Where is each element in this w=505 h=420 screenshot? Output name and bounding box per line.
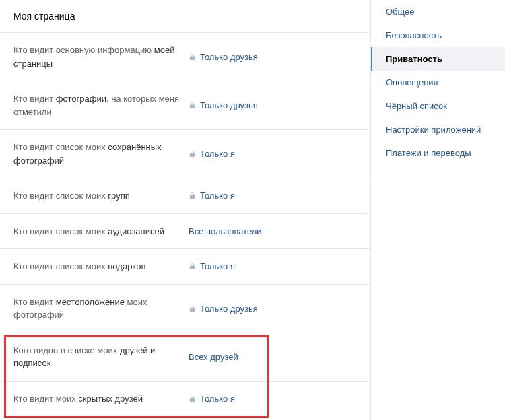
setting-value-text: Только друзья (200, 304, 258, 314)
sidebar-item-label: Безопасность (386, 30, 442, 40)
setting-label: Кто видит местоположение моих фотографий (13, 295, 189, 322)
setting-label: Кого видно в списке моих друзей и подпис… (13, 344, 189, 370)
setting-label: Кто видит список моих сохранённых фотогр… (13, 141, 189, 167)
sidebar-item-label: Платежи и переводы (386, 148, 471, 158)
sidebar-item[interactable]: Приватность (371, 47, 505, 71)
lock-icon (189, 305, 196, 312)
setting-value-text: Всех друзей (189, 352, 238, 362)
setting-value-text: Все пользователи (189, 226, 262, 236)
lock-icon (189, 102, 196, 109)
setting-row: Кого видно в списке моих друзей и подпис… (0, 333, 370, 382)
sidebar-item-label: Общее (386, 7, 415, 17)
setting-row: Кто видит фотографии, на которых меня от… (0, 81, 370, 130)
lock-icon (189, 150, 196, 158)
setting-value-selector[interactable]: Все пользователи (189, 226, 262, 236)
setting-value-text: Только друзья (200, 100, 258, 110)
setting-label: Кто видит основную информацию моей стран… (13, 44, 189, 70)
setting-row: Кто видит основную информацию моей стран… (0, 33, 370, 81)
privacy-settings-panel: Моя страница Кто видит основную информац… (0, 0, 370, 420)
setting-value-selector[interactable]: Только я (189, 149, 235, 159)
lock-icon (189, 262, 196, 270)
sidebar-item[interactable]: Настройки приложений (371, 118, 505, 141)
sidebar-item-label: Приватность (386, 54, 442, 64)
sidebar-item[interactable]: Общее (371, 0, 505, 24)
setting-value-selector[interactable]: Только друзья (189, 304, 258, 314)
setting-row: Кто видит список моих аудиозаписейВсе по… (0, 214, 370, 250)
setting-row: Кто видит список моих группТолько я (0, 178, 370, 214)
setting-value-text: Только я (200, 394, 235, 404)
settings-list: Кто видит основную информацию моей стран… (0, 33, 370, 416)
setting-row: Кто видит список моих подарковТолько я (0, 249, 370, 285)
lock-icon (189, 53, 196, 61)
sidebar-item-label: Настройки приложений (386, 125, 481, 135)
setting-value-text: Только я (200, 149, 235, 159)
setting-label: Кто видит фотографии, на которых меня от… (13, 92, 189, 118)
setting-value-selector[interactable]: Только я (189, 394, 235, 404)
setting-row: Кто видит список моих сохранённых фотогр… (0, 130, 370, 178)
setting-label: Кто видит моих скрытых друзей (13, 392, 189, 406)
setting-value-text: Только друзья (200, 52, 258, 62)
sidebar-item[interactable]: Оповещения (371, 71, 505, 94)
setting-row: Кто видит моих скрытых друзейТолько я (0, 382, 370, 417)
sidebar-item[interactable]: Безопасность (371, 24, 505, 47)
setting-label: Кто видит список моих аудиозаписей (13, 225, 189, 238)
setting-value-selector[interactable]: Всех друзей (189, 352, 238, 362)
setting-label: Кто видит список моих групп (13, 189, 189, 203)
lock-icon (189, 192, 196, 199)
lock-icon (189, 395, 196, 403)
setting-value-text: Только я (200, 190, 235, 201)
setting-label: Кто видит список моих подарков (13, 260, 189, 273)
setting-value-text: Только я (200, 261, 235, 271)
sidebar-item-label: Чёрный список (386, 101, 447, 111)
setting-value-selector[interactable]: Только я (189, 261, 235, 271)
sidebar-item[interactable]: Чёрный список (371, 94, 505, 118)
settings-sidebar: ОбщееБезопасностьПриватностьОповещенияЧё… (370, 0, 505, 420)
section-title: Моя страница (0, 0, 370, 33)
sidebar-item[interactable]: Платежи и переводы (371, 141, 505, 165)
setting-value-selector[interactable]: Только друзья (189, 52, 258, 62)
sidebar-item-label: Оповещения (386, 77, 438, 88)
setting-row: Кто видит местоположение моих фотографий… (0, 285, 370, 333)
setting-value-selector[interactable]: Только друзья (189, 100, 258, 110)
setting-value-selector[interactable]: Только я (189, 190, 235, 201)
